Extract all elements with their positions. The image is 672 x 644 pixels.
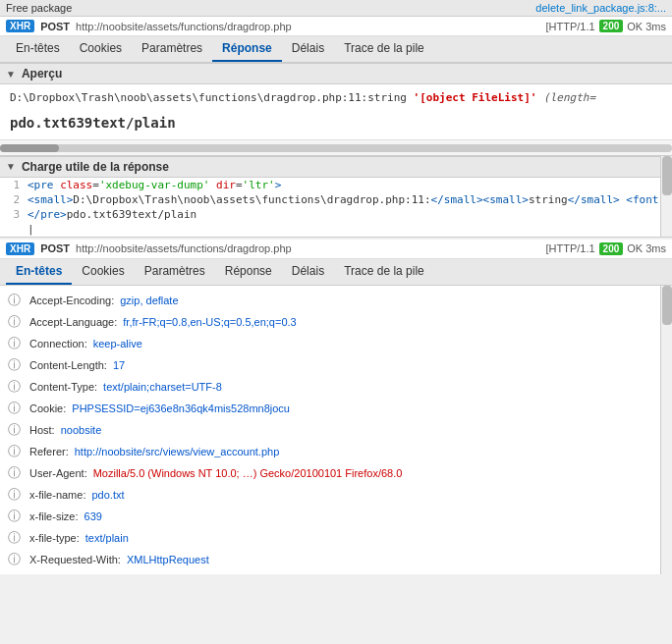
- horizontal-scrollbar-1[interactable]: [0, 139, 672, 155]
- xhr-badge-1: XHR: [6, 20, 34, 32]
- apercu-label: Aperçu: [22, 67, 62, 80]
- tabs-bar-1: En-têtes Cookies Paramètres Réponse Déla…: [0, 36, 672, 63]
- status-badge-2: 200: [599, 242, 624, 255]
- code-line-2: 2 <small>D:\Dropbox\Trash\noob\assets\fu…: [0, 192, 672, 207]
- scrollbar-thumb-v-2: [662, 286, 672, 325]
- second-request-row: XHR POST http://noobsite/assets/function…: [0, 240, 672, 259]
- status-time-2: OK 3ms: [627, 242, 666, 254]
- header-content-type: ⓘ Content-Type: text/plain;charset=UTF-8: [0, 376, 672, 398]
- tab-delais-2[interactable]: Délais: [282, 259, 334, 285]
- scroll-track-1: [0, 144, 672, 152]
- first-request-row: XHR POST http://noobsite/assets/function…: [0, 17, 672, 36]
- tab-en-tetes-2[interactable]: En-têtes: [6, 259, 72, 285]
- header-content-length: ⓘ Content-Length: 17: [0, 354, 672, 376]
- tabs-bar-2: En-têtes Cookies Paramètres Réponse Déla…: [0, 259, 672, 286]
- header-connection: ⓘ Connection: keep-alive: [0, 333, 672, 354]
- http-version-2: [HTTP/1.1: [545, 242, 594, 254]
- delete-link[interactable]: delete_link_package.js:8:...: [535, 2, 666, 14]
- tab-parametres-1[interactable]: Paramètres: [132, 36, 212, 62]
- header-cookie: ⓘ Cookie: PHPSESSID=ej636e8n36qk4mis528m…: [0, 398, 672, 419]
- code-line-3: 3 </pre>pdo.txt639text/plain: [0, 207, 672, 222]
- apercu-file: pdo.txt639text/plain: [10, 113, 662, 134]
- circle-icon-2: ⓘ: [8, 313, 24, 331]
- circle-icon-4: ⓘ: [8, 356, 24, 374]
- header-x-file-size: ⓘ x-file-size: 639: [0, 506, 672, 527]
- tab-cookies-2[interactable]: Cookies: [72, 259, 134, 285]
- header-accept-encoding: ⓘ Accept-Encoding: gzip, deflate: [0, 290, 672, 311]
- header-x-requested-with: ⓘ X-Requested-With: XMLHttpRequest: [0, 549, 672, 570]
- apercu-path: D:\Dropbox\Trash\noob\assets\functions\d…: [10, 90, 662, 107]
- circle-icon-10: ⓘ: [8, 486, 24, 504]
- status-section-1: [HTTP/1.1 200 OK 3ms: [545, 20, 666, 32]
- header-x-file-name: ⓘ x-file-name: pdo.txt: [0, 484, 672, 506]
- circle-icon-7: ⓘ: [8, 421, 24, 439]
- tab-trace-1[interactable]: Trace de la pile: [334, 36, 434, 62]
- tab-reponse-1[interactable]: Réponse: [212, 36, 282, 62]
- header-referer: ⓘ Referer: http://noobsite/src/views/vie…: [0, 441, 672, 462]
- charge-utile-header[interactable]: ▼ Charge utile de la réponse: [0, 156, 672, 178]
- tab-cookies-1[interactable]: Cookies: [70, 36, 132, 62]
- charge-utile-panel: ▼ Charge utile de la réponse 1 <pre clas…: [0, 156, 672, 238]
- second-block: XHR POST http://noobsite/assets/function…: [0, 240, 672, 574]
- circle-icon-5: ⓘ: [8, 378, 24, 396]
- circle-icon-13: ⓘ: [8, 551, 24, 568]
- circle-icon-6: ⓘ: [8, 400, 24, 417]
- triangle-icon-2: ▼: [6, 161, 16, 172]
- headers-list: ⓘ Accept-Encoding: gzip, deflate ⓘ Accep…: [0, 286, 672, 574]
- tab-en-tetes-1[interactable]: En-têtes: [6, 36, 70, 62]
- code-line-1: 1 <pre class='xdebug-var-dump' dir='ltr'…: [0, 178, 672, 192]
- apercu-panel: ▼ Aperçu D:\Dropbox\Trash\noob\assets\fu…: [0, 63, 672, 156]
- vertical-scrollbar-1[interactable]: [660, 156, 672, 237]
- header-user-agent: ⓘ User-Agent: Mozilla/5.0 (Windows NT 10…: [0, 462, 672, 484]
- header-host: ⓘ Host: noobsite: [0, 419, 672, 441]
- url-2[interactable]: http://noobsite/assets/functions/dragdro…: [76, 242, 292, 254]
- charge-utile-label: Charge utile de la réponse: [22, 160, 169, 174]
- package-label: Free package: [6, 2, 72, 14]
- header-accept-language: ⓘ Accept-Language: fr,fr-FR;q=0.8,en-US;…: [0, 311, 672, 333]
- apercu-content: D:\Dropbox\Trash\noob\assets\functions\d…: [0, 84, 672, 139]
- scroll-thumb-1: [0, 144, 59, 152]
- apercu-header[interactable]: ▼ Aperçu: [0, 63, 672, 84]
- tab-trace-2[interactable]: Trace de la pile: [334, 259, 434, 285]
- circle-icon-8: ⓘ: [8, 443, 24, 460]
- circle-icon-11: ⓘ: [8, 508, 24, 525]
- tab-delais-1[interactable]: Délais: [282, 36, 334, 62]
- tab-reponse-2[interactable]: Réponse: [215, 259, 282, 285]
- triangle-icon: ▼: [6, 69, 16, 80]
- circle-icon-9: ⓘ: [8, 464, 24, 482]
- scrollbar-thumb-v-1: [662, 156, 672, 195]
- vertical-scrollbar-2[interactable]: [660, 286, 672, 574]
- charge-utile-content: 1 <pre class='xdebug-var-dump' dir='ltr'…: [0, 178, 672, 237]
- method-2: POST: [40, 242, 70, 254]
- method-1: POST: [40, 21, 70, 32]
- circle-icon-12: ⓘ: [8, 529, 24, 547]
- http-version-1: [HTTP/1.1: [545, 21, 594, 32]
- top-bar: Free package delete_link_package.js:8:..…: [0, 0, 672, 17]
- status-time-1: OK 3ms: [627, 21, 666, 32]
- tab-parametres-2[interactable]: Paramètres: [135, 259, 215, 285]
- code-line-cursor: |: [0, 222, 672, 237]
- circle-icon-1: ⓘ: [8, 292, 24, 309]
- status-badge-1: 200: [599, 20, 624, 32]
- url-1[interactable]: http://noobsite/assets/functions/dragdro…: [76, 21, 292, 32]
- header-x-file-type: ⓘ x-file-type: text/plain: [0, 527, 672, 549]
- status-section-2: [HTTP/1.1 200 OK 3ms: [545, 242, 666, 255]
- circle-icon-3: ⓘ: [8, 335, 24, 352]
- xhr-badge-2: XHR: [6, 242, 34, 255]
